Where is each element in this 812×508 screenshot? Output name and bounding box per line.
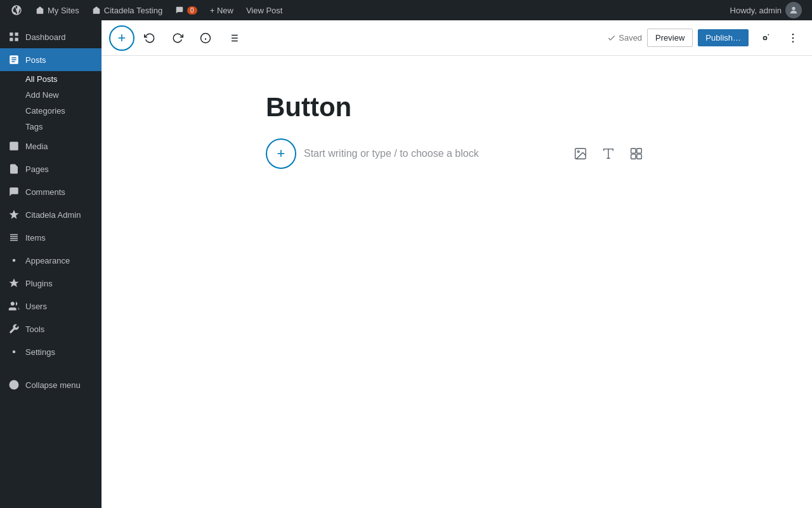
sidebar-item-settings[interactable]: Settings	[0, 340, 102, 363]
sidebar-item-citadela-admin[interactable]: Citadela Admin	[0, 203, 102, 226]
svg-rect-3	[15, 32, 18, 36]
svg-point-7	[11, 144, 13, 145]
sidebar-item-comments[interactable]: Comments	[0, 180, 102, 203]
settings-icon	[8, 345, 20, 358]
comments-link[interactable]: 0	[170, 0, 202, 20]
list-view-button[interactable]	[221, 25, 246, 51]
wp-logo-link[interactable]	[5, 0, 28, 20]
undo-button[interactable]	[137, 25, 162, 51]
more-options-button[interactable]	[782, 27, 804, 50]
posts-submenu: All Posts Add New Categories Tags	[0, 71, 102, 135]
submenu-add-new[interactable]: Add New	[20, 87, 102, 103]
collapse-label: Collapse menu	[25, 380, 81, 390]
sidebar-item-label: Users	[25, 302, 47, 311]
svg-point-28	[792, 37, 794, 39]
svg-marker-8	[10, 210, 19, 219]
tools-icon	[8, 323, 20, 335]
add-block-circle-button[interactable]: +	[266, 138, 296, 169]
svg-rect-2	[10, 32, 13, 36]
view-post-label: View Post	[246, 6, 283, 15]
publish-button[interactable]: Publish…	[698, 29, 749, 46]
gallery-tool-button[interactable]	[625, 142, 648, 165]
sidebar-item-label: Appearance	[25, 256, 70, 265]
sidebar-item-label: Plugins	[25, 279, 53, 288]
svg-rect-37	[637, 154, 641, 159]
view-post-link[interactable]: View Post	[241, 0, 288, 20]
comments-icon	[8, 185, 20, 198]
saved-status: Saved	[607, 33, 642, 43]
site-name-label: Citadela Testing	[104, 6, 162, 15]
svg-point-26	[764, 36, 767, 39]
svg-rect-5	[10, 38, 13, 41]
appearance-icon	[8, 254, 20, 267]
block-tools	[569, 142, 648, 165]
sidebar-item-label: Dashboard	[25, 32, 66, 42]
submenu-categories[interactable]: Categories	[20, 103, 102, 119]
sidebar-item-label: Settings	[25, 347, 55, 357]
comments-count: 0	[187, 6, 197, 15]
collapse-menu-button[interactable]: Collapse menu	[0, 373, 102, 396]
svg-point-14	[11, 302, 15, 305]
main-layout: Dashboard Posts All Posts Add New Catego…	[0, 20, 812, 508]
collapse-icon	[8, 378, 20, 391]
howdy-text: Howdy, admin	[725, 2, 807, 18]
add-block-button[interactable]: +	[109, 25, 134, 51]
image-tool-button[interactable]	[569, 142, 592, 165]
saved-label: Saved	[619, 33, 642, 43]
my-sites-label: My Sites	[48, 6, 79, 15]
svg-point-27	[792, 33, 794, 35]
sidebar-item-label: Comments	[25, 187, 65, 197]
block-placeholder[interactable]: Start writing or type / to choose a bloc…	[304, 148, 561, 159]
sidebar: Dashboard Posts All Posts Add New Catego…	[0, 20, 102, 508]
sidebar-item-media[interactable]: Media	[0, 135, 102, 157]
sidebar-item-posts[interactable]: Posts	[0, 48, 102, 71]
sidebar-item-label: Posts	[25, 55, 46, 65]
dashboard-icon	[8, 30, 20, 43]
citadela-icon	[8, 208, 20, 221]
sidebar-item-items[interactable]: Items	[0, 226, 102, 249]
preview-button[interactable]: Preview	[647, 29, 693, 47]
svg-point-31	[577, 151, 579, 153]
sidebar-item-users[interactable]: Users	[0, 295, 102, 318]
users-icon	[8, 300, 20, 312]
sidebar-item-label: Items	[25, 233, 46, 243]
media-icon	[8, 140, 20, 152]
site-name-link[interactable]: Citadela Testing	[87, 0, 167, 20]
submenu-tags[interactable]: Tags	[20, 119, 102, 135]
submenu-all-posts[interactable]: All Posts	[20, 71, 102, 87]
svg-rect-4	[15, 38, 18, 41]
sidebar-item-appearance[interactable]: Appearance	[0, 249, 102, 272]
admin-avatar	[785, 2, 802, 18]
toolbar-right: Saved Preview Publish…	[607, 27, 804, 50]
svg-rect-34	[631, 149, 636, 153]
svg-point-1	[792, 7, 795, 10]
new-link[interactable]: + New	[205, 0, 239, 20]
howdy-label: Howdy, admin	[730, 6, 782, 15]
my-sites-link[interactable]: My Sites	[30, 0, 84, 20]
settings-panel-button[interactable]	[754, 27, 776, 50]
redo-button[interactable]	[165, 25, 190, 51]
svg-rect-35	[637, 149, 641, 153]
top-bar: My Sites Citadela Testing 0 + New View P…	[0, 0, 812, 20]
sidebar-item-label: Pages	[25, 164, 49, 174]
editor-toolbar: + Saved Preview Publish…	[102, 20, 812, 56]
editor-wrap: + Saved Preview Publish…	[102, 20, 812, 508]
sidebar-item-dashboard[interactable]: Dashboard	[0, 25, 102, 48]
svg-point-29	[792, 41, 794, 43]
svg-rect-36	[631, 154, 636, 159]
plugins-icon	[8, 277, 20, 290]
svg-point-13	[13, 259, 16, 262]
sidebar-item-pages[interactable]: Pages	[0, 157, 102, 180]
new-label: + New	[210, 6, 233, 15]
svg-point-15	[13, 351, 16, 354]
sidebar-item-label: Tools	[25, 324, 44, 334]
posts-icon	[8, 53, 20, 66]
items-icon	[8, 231, 20, 244]
sidebar-item-tools[interactable]: Tools	[0, 318, 102, 340]
text-tool-button[interactable]	[597, 142, 620, 165]
sidebar-item-plugins[interactable]: Plugins	[0, 272, 102, 295]
editor-inner: Button + Start writing or type / to choo…	[251, 91, 663, 169]
info-button[interactable]	[193, 25, 218, 51]
post-title[interactable]: Button	[266, 91, 648, 123]
editor-content: Button + Start writing or type / to choo…	[102, 56, 812, 508]
